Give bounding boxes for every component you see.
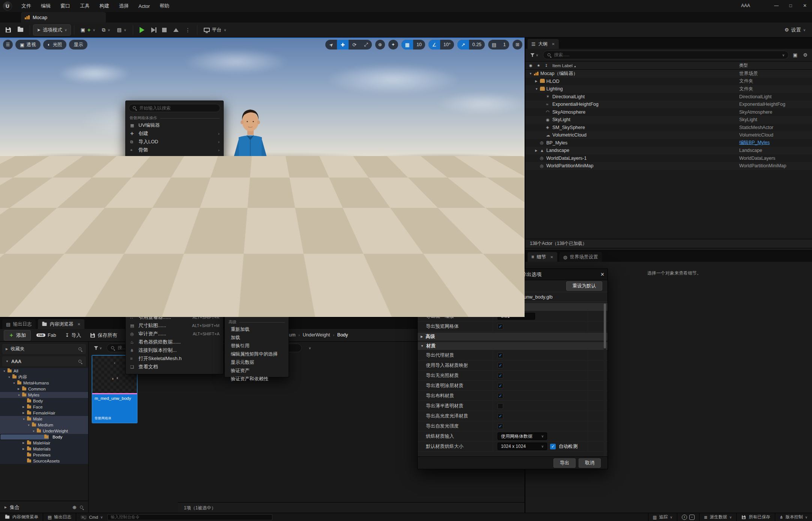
menu-item[interactable]: ⚙ 资产操作 › <box>126 250 223 258</box>
outliner-row[interactable]: ◠ SkyAtmosphere SkyAtmosphere <box>525 108 812 116</box>
bake-inputs-select[interactable]: 使用网格体数据∨ <box>498 432 547 440</box>
section-advanced[interactable]: ▶高级 <box>418 333 607 341</box>
submenu-item[interactable]: 使用此项创建蓝图...... <box>225 272 289 280</box>
submenu-item[interactable]: 加载 <box>225 333 289 342</box>
menu-item[interactable]: ⚑ 资产本地化 › <box>126 258 223 267</box>
submenu-item[interactable]: ⇥ 迁移...... <box>225 310 289 318</box>
folder-tree-item[interactable]: ▼ Male <box>0 416 88 422</box>
submenu-item[interactable]: 导出...... <box>225 302 289 310</box>
rotation-snap-value[interactable]: 10° <box>440 42 454 47</box>
cmd-dropdown[interactable]: >_ Cmd ∨ 输入控制台命令 <box>76 513 277 521</box>
expand-arrow-icon[interactable]: ▶ <box>23 405 27 408</box>
menubar-item[interactable]: 编辑 <box>36 0 56 12</box>
view-mode-dropdown[interactable]: ◐光照 <box>43 40 67 50</box>
save-all-button[interactable]: 保存所有 <box>87 330 120 341</box>
folder-tree-item[interactable]: SourceAssets <box>0 458 88 464</box>
folder-tree-item[interactable]: ▼ UnderWeight <box>0 428 88 434</box>
content-drawer-button[interactable]: 内容侧滑菜单 <box>0 513 43 521</box>
submenu-item[interactable]: 显示元数据 <box>225 358 289 366</box>
expand-arrow-icon[interactable]: ▼ <box>18 394 22 396</box>
expand-arrow-icon[interactable]: ▶ <box>23 411 27 414</box>
outliner-filter-button[interactable]: ∨ <box>528 52 540 58</box>
outliner-row[interactable]: ◎ WorldDataLayers-1 WorldDataLayers <box>525 155 812 162</box>
favorites-header[interactable]: ▶收藏夹 <box>2 344 86 354</box>
search-icon[interactable] <box>80 505 84 510</box>
close-icon[interactable]: ✕ <box>798 0 812 11</box>
expand-arrow-icon[interactable]: ▼ <box>27 424 32 426</box>
menu-item[interactable]: ▤ 保存 CTRL+S <box>126 234 223 242</box>
tab-content-browser[interactable]: 内容浏览器 ✕ <box>38 319 84 329</box>
checkbox[interactable] <box>498 423 503 429</box>
expand-arrow-icon[interactable]: ▶ <box>18 387 22 390</box>
camera-speed-value[interactable]: 1 <box>500 42 509 47</box>
outliner-row[interactable]: ▼ Lighting 文件夹 <box>525 85 812 93</box>
menu-item[interactable]: ⌗ 打开SkeletalMesh.h <box>126 354 223 363</box>
checkbox[interactable] <box>498 393 503 399</box>
checkbox[interactable] <box>498 324 503 329</box>
move-tool-button[interactable]: ✚ <box>337 40 349 50</box>
menu-item[interactable]: ↧ MetaHuman DNA › <box>126 154 223 162</box>
search-icon[interactable] <box>78 347 83 351</box>
outliner-row[interactable]: ◎ BP_Myles 编辑BP_Myles <box>525 139 812 147</box>
close-icon[interactable]: ✕ <box>600 272 604 277</box>
blueprints-dropdown[interactable]: ⧉∨ <box>99 24 114 36</box>
tab-output-log[interactable]: ▤ 输出日志 <box>2 319 36 329</box>
export-scale-input[interactable]: 0.01 <box>498 313 535 320</box>
menu-item[interactable]: ∷ 引用查看器...... ALT+SHIFT+R <box>126 313 223 321</box>
context-menu-search[interactable]: 开始输入以搜索 <box>129 104 220 112</box>
folder-tree-item[interactable]: Previews <box>0 452 88 458</box>
outliner-row[interactable]: ▶ ▲ Landscape Landscape <box>525 147 812 155</box>
close-icon[interactable]: ✕ <box>550 255 553 259</box>
folder-tree-item[interactable]: ▼ All <box>0 368 88 374</box>
dialog-titlebar[interactable]: U glTF（二进制）导出选项 ✕ <box>418 269 607 280</box>
folder-tree-item[interactable]: Body <box>0 434 50 440</box>
menu-item[interactable]: ✎ 重命名 F2 <box>126 217 223 225</box>
settings-dropdown[interactable]: ⚙ 设置 ∨ <box>781 24 809 36</box>
menu-item[interactable]: ▦ UV编辑器 <box>126 121 223 129</box>
grid-snap-toggle[interactable]: ▦ <box>401 40 413 50</box>
reset-to-default-button[interactable]: 重设为默认 <box>566 281 603 291</box>
outliner-search-input[interactable]: 搜索..... ∨ <box>543 51 789 59</box>
close-icon[interactable]: ✕ <box>77 322 80 326</box>
collections-section[interactable]: ▶ 集合 ⊕ <box>0 501 89 513</box>
perspective-dropdown[interactable]: ▣透视 <box>15 40 41 50</box>
menu-item[interactable]: ▤ 尺寸贴图...... ALT+SHIFT+M <box>126 321 223 330</box>
folder-tree-item[interactable]: ▼ Medium <box>0 422 88 428</box>
folder-tree-item[interactable]: ▼ MetaHumans <box>0 380 88 386</box>
folder-tree-item[interactable]: ▼ 内容 <box>0 374 88 380</box>
favorite-column-icon[interactable]: ★ <box>537 63 540 68</box>
cancel-button[interactable]: 取消 <box>579 458 601 468</box>
breadcrumb-item[interactable]: um <box>289 332 295 338</box>
submenu-item[interactable]: 验证资产 <box>225 366 289 375</box>
menu-item[interactable]: ◎ 审计资产...... ALT+SHIFT+A <box>126 330 223 338</box>
expand-arrow-icon[interactable]: ▶ <box>535 149 540 152</box>
folder-tree-item[interactable]: ▶ MaleHair <box>0 440 88 446</box>
scale-snap-toggle[interactable]: ↗ <box>457 40 469 50</box>
save-button[interactable] <box>2 24 14 36</box>
grid-snap-value[interactable]: 10 <box>413 42 425 47</box>
scale-snap-value[interactable]: 0.25 <box>469 42 485 47</box>
maximize-icon[interactable]: □ <box>783 0 798 11</box>
menu-item[interactable]: ❏ 查看文档 <box>126 363 223 371</box>
unreal-logo-icon[interactable]: U <box>3 2 12 11</box>
checkbox[interactable] <box>498 363 503 368</box>
outliner-row[interactable]: ☁ VolumetricCloud VolumetricCloud <box>525 131 812 139</box>
platforms-dropdown[interactable]: 平台 ∨ <box>200 24 230 36</box>
surface-snap-button[interactable]: ✦ <box>388 40 398 50</box>
scale-tool-button[interactable]: ⤢ <box>360 40 372 50</box>
checkbox[interactable] <box>498 353 503 358</box>
project-root-header[interactable]: ▼AAA <box>2 356 86 366</box>
checkbox[interactable] <box>498 403 503 409</box>
section-general[interactable]: ▼常规 <box>418 303 607 311</box>
submenu-item[interactable]: 重新加载 <box>225 325 289 333</box>
menubar-item[interactable]: 帮助 <box>155 0 174 12</box>
export-button[interactable]: 导出 <box>553 458 576 468</box>
menu-item[interactable]: ⌖ 骨骼 › <box>126 146 223 154</box>
outliner-row[interactable]: ◈ SM_SkySphere StaticMeshActor <box>525 124 812 132</box>
outliner-row[interactable]: ▶ HLOD 文件夹 <box>525 78 812 86</box>
revision-control-dropdown[interactable]: ⋔ 版本控制 ∨ <box>775 513 812 521</box>
expand-arrow-icon[interactable]: ▶ <box>23 447 27 450</box>
item-label-column[interactable]: Item Label ▲ <box>552 63 576 68</box>
expand-arrow-icon[interactable]: ▶ <box>535 80 540 83</box>
expand-arrow-icon[interactable]: ▼ <box>32 430 37 432</box>
